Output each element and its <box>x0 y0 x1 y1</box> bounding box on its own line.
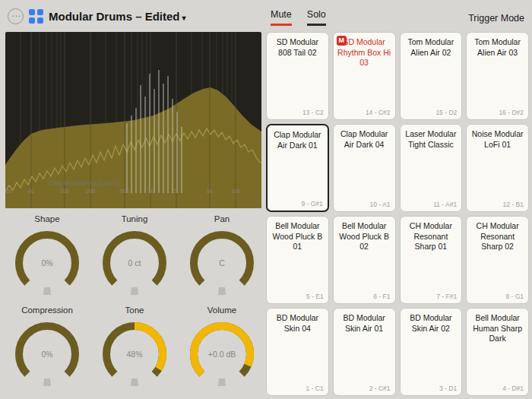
pad-note: 4 - D#1 <box>502 385 524 392</box>
pad-tom-modular-alien-air-03[interactable]: Tom Modular Alien Air 03 16 - D#2 <box>466 32 529 120</box>
pad-title: Laser Modular Tight Classic <box>404 129 459 150</box>
knob-value: 0% <box>11 258 84 268</box>
pad-note: 11 - A#1 <box>433 201 457 208</box>
spectrum-canvas: Clap Modular Air Dark 01 20401002005001k… <box>5 32 261 208</box>
svg-text:5k: 5k <box>207 188 213 195</box>
knob-dial[interactable]: C <box>185 226 258 299</box>
pad-ch-modular-resonant-sharp-02[interactable]: CH Modular Resonant Sharp 02 8 - G1 <box>466 216 529 304</box>
pad-note: 7 - F#1 <box>436 293 457 300</box>
pad-title: BD Modular Skin Air 01 <box>337 313 392 334</box>
pad-note: 15 - D2 <box>435 109 457 116</box>
grid-icon <box>29 9 35 15</box>
pad-clap-modular-air-dark-01[interactable]: Clap Modular Air Dark 01 9 - G#1 <box>266 124 329 212</box>
pad-note: 14 - C#2 <box>366 109 391 116</box>
pad-note: 8 - G1 <box>505 293 524 300</box>
knob-dial[interactable]: 48% <box>98 318 171 391</box>
tuning-knob[interactable]: Tuning 0 ct <box>90 214 179 299</box>
pad-title: Tom Modular Alien Air 02 <box>404 37 459 58</box>
svg-text:1k: 1k <box>147 188 154 195</box>
pad-bd-modular-skin-air-02[interactable]: BD Modular Skin Air 02 3 - D1 <box>400 308 463 396</box>
pad-sd-modular-808-tail-02[interactable]: SD Modular 808 Tail 02 13 - C2 <box>266 32 329 120</box>
pad-bell-modular-wood-pluck-b-01[interactable]: Bell Modular Wood Pluck B 01 5 - E1 <box>266 216 329 304</box>
mute-solo-tabs: Mute Solo <box>271 9 326 26</box>
chevron-down-icon: ▾ <box>182 14 186 22</box>
pad-title: Bell Modular Wood Pluck B 01 <box>270 221 325 252</box>
svg-text:40: 40 <box>28 188 34 195</box>
svg-text:100: 100 <box>60 188 70 195</box>
trigger-mode-button[interactable]: Trigger Mode <box>468 13 524 24</box>
more-options-button[interactable]: ⋯ <box>8 8 24 24</box>
pad-note: 16 - D#2 <box>499 109 524 116</box>
compression-knob[interactable]: Compression 0% <box>3 306 91 391</box>
svg-text:500: 500 <box>120 188 130 195</box>
pad-note: 1 - C1 <box>306 385 324 392</box>
patch-title-dropdown[interactable]: Modular Drums – Edited▾ <box>49 10 186 23</box>
drum-pad-grid: SD Modular 808 Tail 02 13 - C2 M SD Modu… <box>266 32 529 396</box>
pad-title: Bell Modular Wood Pluck B 02 <box>337 221 392 252</box>
pan-knob[interactable]: Pan C <box>178 214 266 299</box>
spectrum-analyzer: Clap Modular Air Dark 01 20401002005001k… <box>5 32 261 208</box>
knob-value: 0% <box>11 350 84 359</box>
pad-note: 3 - D1 <box>439 385 457 392</box>
grid-view-button[interactable] <box>29 9 43 24</box>
pad-ch-modular-resonant-sharp-01[interactable]: CH Modular Resonant Sharp 01 7 - F#1 <box>400 216 463 304</box>
pad-noise-modular-lofi-01[interactable]: Noise Modular LoFi 01 12 - B1 <box>466 124 529 212</box>
knob-label: Tone <box>90 306 179 315</box>
knob-value: 48% <box>98 350 171 359</box>
knob-value: +0.0 dB <box>185 350 258 359</box>
pad-note: 12 - B1 <box>503 201 524 208</box>
svg-text:2k: 2k <box>173 188 179 195</box>
pad-title: CH Modular Resonant Sharp 01 <box>404 221 459 252</box>
pad-title: Clap Modular Air Dark 04 <box>337 129 392 150</box>
knob-dial[interactable]: 0 ct <box>98 226 171 299</box>
pad-title: SD Modular 808 Tail 02 <box>270 37 325 58</box>
shape-knob[interactable]: Shape 0% <box>3 214 91 299</box>
patch-title: Modular Drums – Edited <box>49 10 180 23</box>
svg-text:20: 20 <box>6 188 12 195</box>
pad-bd-modular-skin-air-01[interactable]: BD Modular Skin Air 01 2 - C#1 <box>333 308 396 396</box>
pad-note: 2 - C#1 <box>369 385 391 392</box>
knob-label: Pan <box>178 214 266 223</box>
ellipsis-icon: ⋯ <box>11 11 20 21</box>
svg-text:200: 200 <box>86 188 96 195</box>
pad-title: Noise Modular LoFi 01 <box>470 129 525 150</box>
spectrum-overlay-label: Clap Modular Air Dark 01 <box>49 179 122 187</box>
pad-title: Tom Modular Alien Air 03 <box>470 37 525 58</box>
pad-note: 13 - C2 <box>302 109 324 116</box>
knob-label: Compression <box>3 306 91 315</box>
svg-text:10k: 10k <box>231 188 240 195</box>
pad-title: Clap Modular Air Dark 01 <box>271 130 325 150</box>
volume-knob[interactable]: Volume +0.0 dB <box>178 306 266 391</box>
pad-laser-modular-tight-classic[interactable]: Laser Modular Tight Classic 11 - A#1 <box>400 124 463 212</box>
pad-note: 10 - A1 <box>370 201 391 208</box>
tab-mute[interactable]: Mute <box>271 9 292 26</box>
tab-solo[interactable]: Solo <box>307 9 326 26</box>
knob-value: C <box>185 258 258 268</box>
knob-dial[interactable]: +0.0 dB <box>185 318 258 391</box>
pad-clap-modular-air-dark-04[interactable]: Clap Modular Air Dark 04 10 - A1 <box>333 124 396 212</box>
pad-note: 9 - G#1 <box>301 200 322 207</box>
pad-bd-modular-skin-04[interactable]: BD Modular Skin 04 1 - C1 <box>266 308 329 396</box>
pad-bell-modular-wood-pluck-b-02[interactable]: Bell Modular Wood Pluck B 02 6 - F1 <box>333 216 396 304</box>
pad-title: CH Modular Resonant Sharp 02 <box>470 221 525 252</box>
knob-label: Volume <box>178 306 266 315</box>
pad-note: 5 - E1 <box>306 293 324 300</box>
knob-label: Shape <box>3 214 91 223</box>
pad-sd-modular-rhythm-box-hi-03[interactable]: M SD Modular Rhythm Box Hi 03 14 - C#2 <box>333 32 396 120</box>
pad-title: Bell Modular Human Sharp Dark <box>470 313 525 344</box>
knob-value: 0 ct <box>98 258 171 268</box>
pad-title: BD Modular Skin Air 02 <box>404 313 459 334</box>
knob-dial[interactable]: 0% <box>11 318 84 391</box>
mute-badge: M <box>337 36 347 46</box>
tone-knob[interactable]: Tone 48% <box>90 306 179 391</box>
pad-title: BD Modular Skin 04 <box>270 313 325 334</box>
pad-bell-modular-human-sharp-dark[interactable]: Bell Modular Human Sharp Dark 4 - D#1 <box>466 308 529 396</box>
knob-dial[interactable]: 0% <box>11 226 84 299</box>
knob-label: Tuning <box>90 214 179 223</box>
pad-tom-modular-alien-air-02[interactable]: Tom Modular Alien Air 02 15 - D2 <box>400 32 463 120</box>
pad-note: 6 - F1 <box>373 293 390 300</box>
